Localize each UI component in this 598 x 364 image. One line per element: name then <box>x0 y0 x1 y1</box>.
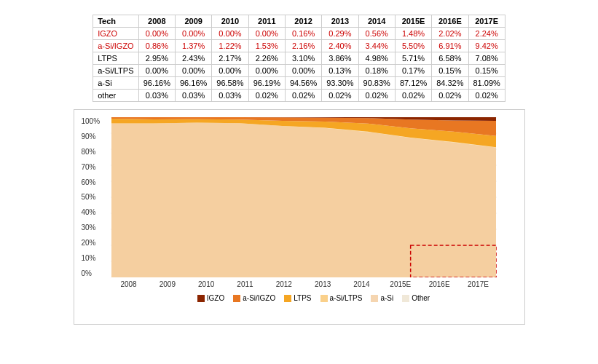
table-cell-value: 6.58% <box>432 52 468 65</box>
table-cell-value: 0.15% <box>432 65 468 77</box>
table-cell-value: 5.71% <box>395 52 431 65</box>
table-cell-value: 0.00% <box>212 28 248 40</box>
table-cell-value: 0.03% <box>212 90 248 102</box>
table-cell-value: 0.86% <box>138 40 175 52</box>
legend-label: a-Si/LTPS <box>330 294 363 302</box>
x-axis-label: 2016E <box>421 280 457 288</box>
legend-label: a-Si <box>380 294 393 302</box>
legend-color-box <box>233 295 240 302</box>
table-cell-value: 2.95% <box>138 52 175 65</box>
x-axis-label: 2012 <box>266 280 302 288</box>
legend-item: Other <box>402 294 430 302</box>
legend-item: LTPS <box>284 294 311 302</box>
table-header: 2016E <box>432 15 468 28</box>
table-row: other0.03%0.03%0.03%0.02%0.02%0.02%0.02%… <box>93 90 505 102</box>
y-axis-label: 50% <box>82 193 101 201</box>
table-header: 2013 <box>322 15 358 28</box>
x-axis-label: 2010 <box>188 280 224 288</box>
table-cell-value: 1.37% <box>176 40 212 52</box>
table-cell-value: 3.86% <box>322 52 358 65</box>
table-header: 2012 <box>285 15 321 28</box>
table-cell-value: 0.02% <box>468 90 505 102</box>
y-axis-label: 10% <box>82 254 101 262</box>
table-cell-value: 0.56% <box>358 28 395 40</box>
table-cell-tech: a-Si <box>93 77 139 90</box>
y-axis-label: 20% <box>82 239 101 247</box>
table-header: 2010 <box>212 15 248 28</box>
table-cell-value: 0.18% <box>358 65 395 77</box>
table-cell-value: 3.10% <box>285 52 321 65</box>
x-axis-label: 2009 <box>149 280 186 288</box>
table-cell-value: 87.12% <box>395 77 431 90</box>
x-axis-label: 2013 <box>304 280 341 288</box>
table-row: IGZO0.00%0.00%0.00%0.00%0.16%0.29%0.56%1… <box>93 28 505 40</box>
table-cell-value: 1.48% <box>395 28 431 40</box>
y-axis-label: 70% <box>82 163 101 171</box>
table-row: a-Si/LTPS0.00%0.00%0.00%0.00%0.00%0.13%0… <box>93 65 505 77</box>
table-cell-value: 96.16% <box>176 77 212 90</box>
y-axis: 100%90%80%70%60%50%40%30%20%10%0% <box>82 117 101 277</box>
table-row: a-Si/IGZO0.86%1.37%1.22%1.53%2.16%2.40%3… <box>93 40 505 52</box>
table-header: Tech <box>93 15 139 28</box>
table-cell-tech: other <box>93 90 139 102</box>
table-cell-value: 6.91% <box>432 40 468 52</box>
x-axis-label: 2015E <box>382 280 419 288</box>
table-cell-value: 2.24% <box>468 28 505 40</box>
chart-svg <box>111 117 497 277</box>
data-table: Tech20082009201020112012201320142015E201… <box>93 15 505 102</box>
table-cell-value: 84.32% <box>432 77 468 90</box>
table-cell-value: 0.02% <box>248 90 285 102</box>
table-row: a-Si96.16%96.16%96.58%96.19%94.56%93.30%… <box>93 77 505 90</box>
table-cell-value: 5.50% <box>395 40 431 52</box>
table-cell-tech: LTPS <box>93 52 139 65</box>
table-cell-value: 94.56% <box>285 77 321 90</box>
legend-color-box <box>402 295 409 302</box>
x-axis-label: 2008 <box>111 280 147 288</box>
table-header: 2015E <box>395 15 431 28</box>
table-cell-value: 0.29% <box>322 28 358 40</box>
table-cell-value: 0.00% <box>176 28 212 40</box>
y-axis-label: 90% <box>82 132 101 141</box>
table-cell-value: 0.03% <box>138 90 175 102</box>
table-cell-value: 2.43% <box>176 52 212 65</box>
table-header: 2017E <box>468 15 505 28</box>
x-axis-label: 2014 <box>343 280 379 288</box>
legend-label: a-Si/IGZO <box>243 294 275 302</box>
y-axis-label: 0% <box>82 269 101 277</box>
legend-color-box <box>197 295 205 302</box>
table-cell-value: 90.83% <box>358 77 395 90</box>
legend-color-box <box>371 295 378 302</box>
table-cell-value: 7.08% <box>468 52 505 65</box>
table-cell-value: 0.15% <box>468 65 505 77</box>
table-cell-value: 0.02% <box>395 90 431 102</box>
table-cell-value: 96.19% <box>248 77 285 90</box>
table-cell-value: 81.09% <box>468 77 505 90</box>
table-cell-value: 93.30% <box>322 77 358 90</box>
table-cell-value: 9.42% <box>468 40 505 52</box>
legend-item: a-Si/IGZO <box>233 294 275 302</box>
table-cell-value: 0.02% <box>432 90 468 102</box>
legend-color-box <box>320 295 328 302</box>
legend-label: IGZO <box>207 294 224 302</box>
table-cell-value: 0.02% <box>358 90 395 102</box>
stacked-area-chart: 100%90%80%70%60%50%40%30%20%10%0% 200820… <box>74 109 525 325</box>
legend-item: IGZO <box>197 294 224 302</box>
y-axis-label: 100% <box>82 117 101 125</box>
y-axis-label: 30% <box>82 223 101 232</box>
legend-label: Other <box>412 294 430 302</box>
table-cell-tech: a-Si/LTPS <box>93 65 139 77</box>
chart-legend: IGZOa-Si/IGZOLTPSa-Si/LTPSa-SiOther <box>111 294 517 302</box>
table-cell-value: 96.16% <box>138 77 175 90</box>
x-axis-label: 2017E <box>460 280 496 288</box>
table-cell-value: 0.00% <box>248 28 285 40</box>
table-cell-value: 0.00% <box>138 65 175 77</box>
table-cell-value: 1.53% <box>248 40 285 52</box>
table-cell-value: 0.02% <box>322 90 358 102</box>
table-cell-value: 2.17% <box>212 52 248 65</box>
y-axis-label: 60% <box>82 178 101 186</box>
table-cell-value: 0.00% <box>285 65 321 77</box>
table-cell-value: 0.13% <box>322 65 358 77</box>
table-header: 2011 <box>248 15 285 28</box>
y-axis-label: 80% <box>82 148 101 156</box>
table-header: 2008 <box>138 15 175 28</box>
